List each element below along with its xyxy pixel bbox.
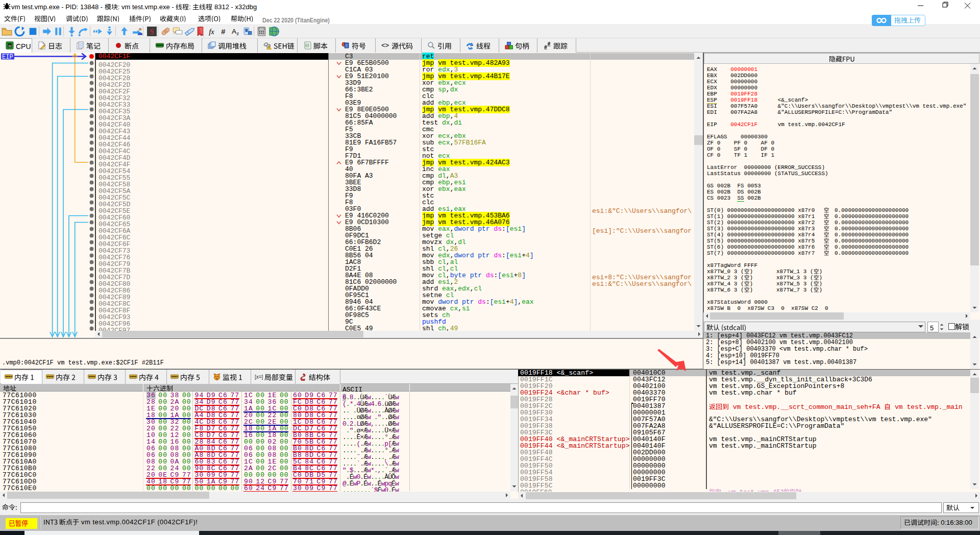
svg-text:!: ! bbox=[268, 46, 270, 50]
svg-text:z: z bbox=[237, 31, 239, 36]
svg-text:fx: fx bbox=[209, 28, 214, 36]
svg-text:<>: <> bbox=[381, 41, 389, 49]
svg-text:<>: <> bbox=[306, 44, 309, 47]
svg-text:S: S bbox=[150, 28, 154, 36]
svg-text:EIP: EIP bbox=[2, 54, 13, 61]
svg-text:32: 32 bbox=[8, 44, 12, 47]
svg-text:#: # bbox=[221, 28, 225, 36]
svg-text:[x=]: [x=] bbox=[255, 374, 263, 380]
